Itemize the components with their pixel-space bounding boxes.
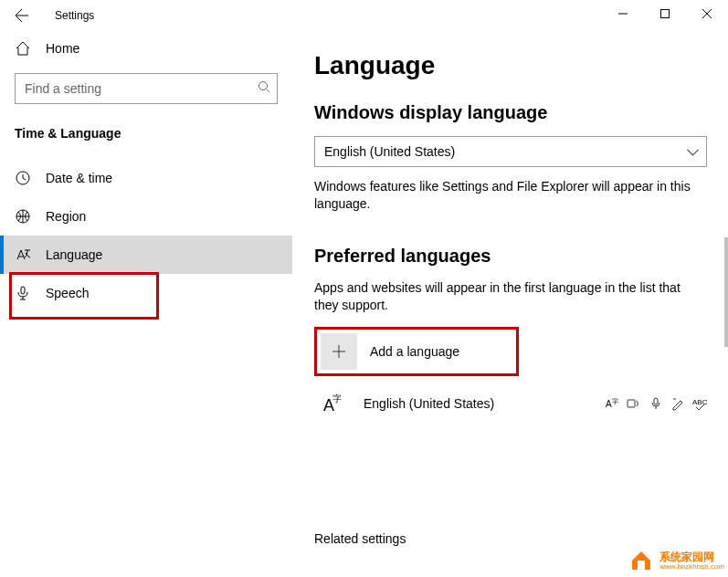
svg-text:字: 字	[612, 398, 618, 404]
maximize-icon	[660, 9, 670, 18]
back-arrow-icon	[15, 8, 29, 23]
display-language-heading: Windows display language	[314, 102, 728, 123]
back-button[interactable]	[0, 0, 44, 31]
svg-text:ABC: ABC	[692, 398, 707, 406]
clock-icon	[15, 170, 31, 186]
sidebar-home-label: Home	[46, 41, 79, 56]
language-glyph-icon: A字	[314, 385, 351, 422]
sidebar: Home Time & Language Date & time Region	[0, 31, 292, 577]
feature-handwriting-icon	[670, 396, 685, 411]
close-button[interactable]	[686, 0, 728, 27]
svg-rect-12	[638, 561, 645, 570]
minimize-button[interactable]	[602, 0, 644, 27]
feature-tts-icon	[627, 396, 641, 411]
sidebar-item-datetime[interactable]: Date & time	[0, 159, 292, 197]
window-title: Settings	[55, 9, 94, 22]
search-box	[15, 73, 278, 104]
feature-spellcheck-icon: ABC	[692, 396, 707, 411]
sidebar-item-label: Region	[46, 209, 86, 224]
watermark-text: 系统家园网	[659, 551, 724, 562]
svg-text:A: A	[606, 399, 612, 409]
display-language-desc: Windows features like Settings and File …	[314, 178, 698, 213]
watermark-icon	[628, 548, 654, 573]
sidebar-item-label: Language	[46, 247, 102, 262]
preferred-languages-desc: Apps and websites will appear in the fir…	[314, 279, 698, 314]
sidebar-item-speech[interactable]: Speech	[0, 274, 292, 312]
sidebar-home[interactable]: Home	[0, 31, 292, 66]
related-settings-heading: Related settings	[314, 531, 728, 546]
language-icon	[15, 247, 31, 263]
watermark: 系统家园网 www.hnzkhbsb.com	[628, 548, 724, 573]
sidebar-item-label: Speech	[46, 286, 89, 300]
plus-icon-box	[321, 333, 357, 370]
sidebar-item-label: Date & time	[46, 171, 112, 185]
close-icon	[702, 9, 712, 18]
svg-point-1	[259, 82, 268, 90]
page-title: Language	[314, 51, 728, 80]
home-icon	[15, 40, 31, 57]
display-language-value: English (United States)	[324, 144, 455, 159]
titlebar: Settings	[0, 0, 728, 31]
window-controls	[602, 0, 728, 27]
svg-rect-4	[21, 287, 25, 294]
watermark-url: www.hnzkhbsb.com	[659, 562, 724, 571]
svg-rect-9	[628, 400, 635, 407]
feature-speech-icon	[649, 396, 663, 411]
language-name: English (United States)	[364, 396, 605, 411]
language-entry[interactable]: A字 English (United States) A字 ABC	[314, 385, 707, 422]
maximize-button[interactable]	[644, 0, 686, 27]
minimize-icon	[618, 9, 628, 18]
sidebar-category: Time & Language	[0, 119, 292, 159]
microphone-icon	[15, 285, 31, 301]
preferred-languages-heading: Preferred languages	[314, 246, 728, 267]
language-features: A字 ABC	[605, 396, 707, 411]
plus-icon	[332, 344, 346, 359]
display-language-dropdown[interactable]: English (United States)	[314, 136, 707, 167]
scrollbar[interactable]	[724, 237, 728, 347]
globe-icon	[15, 208, 31, 225]
main-content: Language Windows display language Englis…	[292, 31, 728, 577]
search-input[interactable]	[15, 73, 278, 104]
svg-text:字: 字	[332, 393, 342, 404]
sidebar-item-region[interactable]: Region	[0, 197, 292, 236]
feature-display-icon: A字	[605, 396, 619, 411]
add-language-label: Add a language	[370, 344, 459, 359]
svg-rect-0	[661, 10, 670, 18]
sidebar-item-language[interactable]: Language	[0, 236, 292, 274]
add-language-button[interactable]: Add a language	[314, 327, 519, 376]
svg-rect-10	[654, 398, 658, 404]
search-icon	[258, 80, 270, 97]
